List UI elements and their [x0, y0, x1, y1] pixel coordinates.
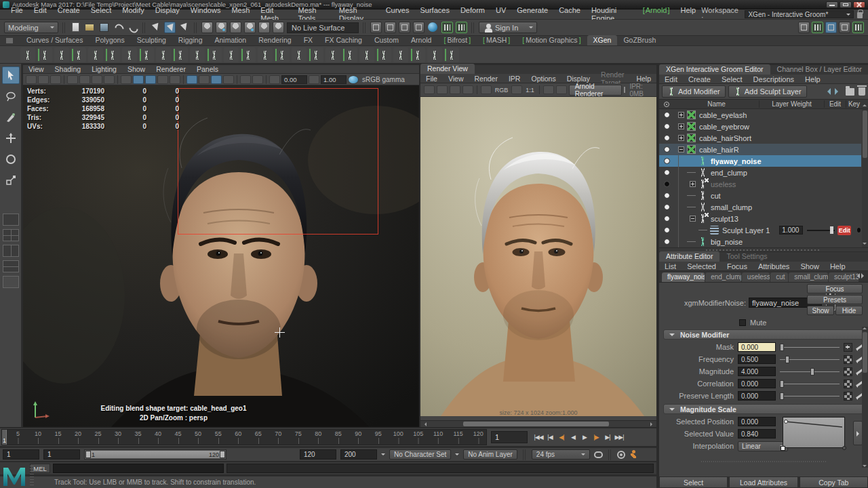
tree-row[interactable]: cable_hairR: [659, 144, 861, 155]
film-gate-icon[interactable]: [79, 75, 90, 84]
new-group-icon[interactable]: [846, 88, 854, 96]
expander-icon[interactable]: [690, 216, 696, 222]
groom-menu-item[interactable]: Help: [800, 75, 826, 83]
xgen-shelf-tool-icon[interactable]: [20, 47, 35, 62]
set-key-icon[interactable]: [617, 451, 625, 459]
attribute-value-field[interactable]: 4.000: [738, 367, 776, 376]
visibility-toggle[interactable]: [664, 181, 670, 187]
playback-button[interactable]: ◀: [568, 432, 578, 443]
render-menu-item[interactable]: Render: [469, 75, 503, 83]
tree-row[interactable]: cable_eyebrow: [659, 121, 861, 132]
xgen-shelf-tool-icon[interactable]: [292, 47, 307, 62]
add-sculpt-layer-button[interactable]: Add Sculpt Layer: [728, 85, 807, 98]
wireframe-mode-icon[interactable]: [121, 75, 132, 84]
playback-start-field[interactable]: 1: [43, 449, 80, 460]
viewport-menu-item[interactable]: View: [23, 65, 50, 73]
tool-settings-toggle-icon[interactable]: [839, 22, 850, 33]
layer-name[interactable]: cable_eyebrow: [699, 123, 749, 131]
layer-weight-slider[interactable]: [807, 226, 835, 235]
isolate-select-icon[interactable]: [240, 75, 251, 84]
weight-column-header[interactable]: Layer Weight: [759, 100, 824, 108]
pause-icon[interactable]: [624, 87, 628, 93]
map-texture-icon[interactable]: [844, 343, 852, 352]
tree-row[interactable]: cut: [659, 190, 861, 201]
xgen-shelf-tool-icon[interactable]: [173, 47, 188, 62]
attribute-slider[interactable]: [780, 343, 840, 352]
range-bar[interactable]: 1 120: [86, 451, 224, 458]
sign-in-dropdown[interactable]: Sign In: [479, 22, 537, 33]
fps-dropdown[interactable]: 24 fps: [532, 449, 590, 460]
tree-row[interactable]: cable_eyelash: [659, 109, 861, 121]
footer-button[interactable]: Select: [659, 476, 728, 488]
attribute-value-field[interactable]: 0.000: [738, 391, 776, 401]
xgen-shelf-tool-icon[interactable]: [71, 47, 86, 62]
visibility-toggle[interactable]: [664, 204, 670, 210]
ramp-handle-circle[interactable]: [842, 446, 846, 450]
ramp-handle-square[interactable]: [781, 446, 785, 451]
xgen-shelf-tool-icon[interactable]: [342, 47, 357, 62]
layout-two-pane-icon[interactable]: [3, 245, 19, 257]
ae-menu-item[interactable]: Focus: [722, 262, 753, 270]
scroll-left-icon[interactable]: [422, 422, 427, 426]
xgen-shelf-tool-icon[interactable]: [258, 47, 273, 62]
visibility-toggle[interactable]: [664, 135, 670, 141]
xgen-shelf-tool-icon[interactable]: [410, 47, 425, 62]
range-slider[interactable]: 1 120: [84, 449, 226, 460]
node-tab[interactable]: flyaway_noise: [662, 272, 705, 282]
lock-icon[interactable]: [857, 12, 863, 18]
attribute-value-field[interactable]: 0.000: [738, 417, 776, 426]
rgb-channels-label[interactable]: RGB: [495, 87, 509, 94]
resolution-gate-icon[interactable]: [92, 75, 102, 84]
layout-single-pane-icon[interactable]: [3, 214, 19, 226]
scroll-down-icon[interactable]: [863, 243, 867, 247]
viewport-menu-item[interactable]: Panels: [191, 65, 224, 73]
xgen-shelf-tool-icon[interactable]: [105, 47, 120, 62]
render-current-frame-icon[interactable]: [424, 85, 435, 94]
all-lights-icon[interactable]: [186, 75, 197, 84]
xgen-shelf-tool-icon[interactable]: [122, 47, 137, 62]
node-tab[interactable]: cut: [770, 272, 788, 282]
wireframe-on-shaded-icon[interactable]: [170, 75, 180, 84]
gamma-icon[interactable]: [309, 75, 319, 84]
visibility-toggle[interactable]: [664, 158, 670, 164]
shelf-tab[interactable]: FX: [298, 35, 319, 45]
visibility-toggle[interactable]: [664, 216, 670, 222]
render-menu-item[interactable]: Display: [561, 75, 595, 83]
attribute-slider[interactable]: [780, 380, 840, 388]
xgen-shelf-tool-icon[interactable]: [326, 47, 340, 62]
scroll-up-icon[interactable]: [863, 325, 867, 329]
animation-end-field[interactable]: 200: [340, 449, 377, 460]
scroll-up-icon[interactable]: [862, 101, 868, 107]
xgen-shelf-tool-icon[interactable]: [393, 47, 408, 62]
visibility-column-icon[interactable]: [664, 102, 669, 107]
layer-name[interactable]: Sculpt Layer 1: [722, 226, 770, 235]
camera-bookmark-icon[interactable]: [38, 75, 49, 84]
zoom-ratio-label[interactable]: 1:1: [526, 87, 534, 94]
footer-button[interactable]: Load Attributes: [729, 476, 797, 488]
shadows-icon[interactable]: [199, 75, 210, 84]
node-tab[interactable]: small_clump: [789, 272, 828, 282]
timeline-track[interactable]: 5101520253035404550556065707580859095100…: [1, 429, 487, 445]
tree-row[interactable]: Sculpt Layer 1 1.000 Edit: [659, 224, 861, 236]
slider-handle[interactable]: [780, 380, 784, 388]
expander-icon[interactable]: [690, 181, 696, 187]
magnitude-scale-section-header[interactable]: Magnitude Scale: [663, 404, 864, 414]
viewport-menu-item[interactable]: Lighting: [86, 65, 122, 73]
snap-projected-center-icon[interactable]: [244, 22, 256, 33]
scrollbar-thumb[interactable]: [863, 332, 867, 373]
noise-modifier-section-header[interactable]: Noise Modifier: [663, 329, 864, 340]
tree-row[interactable]: end_clump: [659, 167, 861, 178]
gamma-field[interactable]: 1.00: [321, 75, 347, 84]
image-plane-icon[interactable]: [50, 75, 61, 84]
tree-row[interactable]: sculpt13: [659, 213, 861, 224]
xgen-shelf-tool-icon[interactable]: [190, 47, 205, 62]
scrollbar-thumb[interactable]: [863, 110, 867, 158]
grid-toggle-icon[interactable]: [67, 75, 78, 84]
playback-end-field[interactable]: 120: [300, 449, 336, 460]
add-modifier-button[interactable]: Add Modifier: [662, 85, 726, 98]
visibility-toggle[interactable]: [664, 227, 670, 233]
ramp-expand-button[interactable]: [853, 421, 863, 445]
map-texture-icon[interactable]: [844, 367, 852, 376]
visibility-toggle[interactable]: [664, 169, 670, 176]
tree-row[interactable]: cable_hairShort: [659, 132, 861, 144]
